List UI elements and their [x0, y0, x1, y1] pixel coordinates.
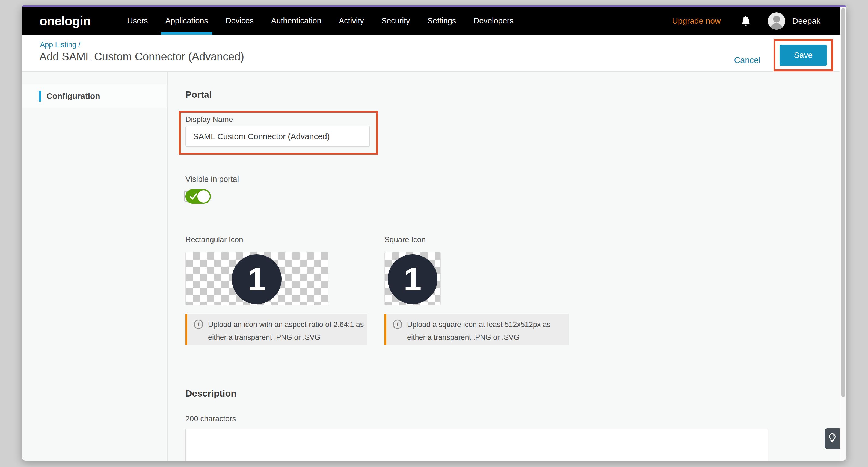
- top-navbar: onelogin Users Applications Devices Auth…: [22, 7, 840, 35]
- nav-item-users[interactable]: Users: [119, 7, 157, 35]
- toggle-check-icon: [189, 193, 198, 200]
- info-icon: i: [194, 320, 203, 329]
- nav-item-settings[interactable]: Settings: [419, 7, 465, 35]
- nav-item-security[interactable]: Security: [373, 7, 419, 35]
- visible-in-portal-label: Visible in portal: [185, 175, 239, 184]
- page-title: Add SAML Custom Connector (Advanced): [39, 51, 244, 63]
- square-icon-info-box: i Upload a square icon at least 512x512p…: [384, 314, 569, 345]
- nav-item-activity[interactable]: Activity: [330, 7, 373, 35]
- user-avatar[interactable]: [768, 12, 785, 30]
- square-icon-upload[interactable]: 1: [384, 252, 441, 305]
- rectangular-icon-label: Rectangular Icon: [185, 235, 243, 244]
- notification-bell-icon[interactable]: [741, 15, 751, 27]
- display-name-label: Display Name: [185, 115, 233, 124]
- rect-icon-info-text: Upload an icon with an aspect-ratio of 2…: [208, 318, 367, 345]
- square-icon-preview: 1: [388, 254, 437, 304]
- breadcrumb[interactable]: App Listing /: [40, 41, 81, 49]
- rect-icon-glyph: 1: [248, 263, 266, 295]
- sidebar-item-configuration[interactable]: Configuration: [22, 84, 167, 108]
- toggle-knob: [197, 190, 210, 203]
- display-name-input[interactable]: [185, 126, 370, 147]
- save-annotation-box: Save: [774, 39, 833, 71]
- char-count-label: 200 characters: [185, 414, 236, 423]
- rect-icon-info-box: i Upload an icon with an aspect-ratio of…: [185, 314, 367, 345]
- upgrade-now-link[interactable]: Upgrade now: [672, 17, 720, 26]
- rect-icon-preview: 1: [232, 254, 281, 304]
- scrollbar-thumb[interactable]: [841, 8, 845, 397]
- visible-in-portal-toggle[interactable]: [185, 189, 211, 204]
- scrollbar-track[interactable]: [840, 7, 846, 461]
- nav-item-applications[interactable]: Applications: [157, 7, 217, 35]
- portal-heading: Portal: [185, 89, 212, 100]
- onelogin-logo[interactable]: onelogin: [39, 13, 91, 28]
- save-button[interactable]: Save: [779, 45, 827, 66]
- info-icon: i: [393, 320, 402, 329]
- rectangular-icon-upload[interactable]: 1: [185, 252, 329, 305]
- cancel-button[interactable]: Cancel: [734, 55, 761, 65]
- square-icon-info-text: Upload a square icon at least 512x512px …: [407, 318, 569, 345]
- nav-item-devices[interactable]: Devices: [217, 7, 262, 35]
- help-lightbulb-button[interactable]: [825, 428, 840, 449]
- sidebar-divider: [167, 72, 168, 461]
- app-window: onelogin Users Applications Devices Auth…: [22, 5, 846, 461]
- page-header: App Listing / Add SAML Custom Connector …: [22, 35, 840, 71]
- user-name: Deepak: [793, 17, 820, 26]
- square-icon-label: Square Icon: [384, 235, 426, 244]
- description-heading: Description: [185, 388, 237, 399]
- active-indicator-bar: [39, 91, 41, 101]
- nav-item-developers[interactable]: Developers: [465, 7, 522, 35]
- nav-item-authentication[interactable]: Authentication: [262, 7, 330, 35]
- navbar-right-group: Upgrade now Deepak: [672, 12, 840, 30]
- sidebar-item-label: Configuration: [46, 91, 100, 101]
- lightbulb-icon: [828, 433, 836, 444]
- page-body: Configuration Portal Display Name Visibl…: [22, 72, 840, 461]
- square-icon-glyph: 1: [404, 263, 422, 295]
- description-textarea[interactable]: [185, 429, 768, 461]
- main-nav: Users Applications Devices Authenticatio…: [119, 7, 522, 35]
